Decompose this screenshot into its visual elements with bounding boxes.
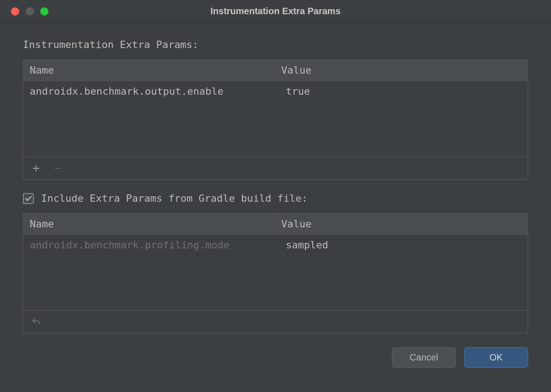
cancel-button[interactable]: Cancel	[392, 347, 456, 368]
table-row[interactable]: androidx.benchmark.output.enable true	[23, 81, 528, 102]
params-table-header: Name Value	[23, 60, 528, 81]
param-name-cell: androidx.benchmark.profiling.mode	[23, 235, 275, 255]
add-row-button[interactable]	[31, 163, 42, 174]
column-header-value[interactable]: Value	[275, 60, 528, 81]
window-controls	[0, 7, 48, 16]
param-value-cell[interactable]: true	[275, 81, 528, 102]
minus-icon	[54, 164, 62, 172]
params-table-body[interactable]: androidx.benchmark.output.enable true	[23, 81, 528, 156]
minimize-window-button[interactable]	[26, 7, 34, 16]
params-table-toolbar	[23, 156, 528, 179]
undo-icon	[31, 317, 41, 327]
table-row: androidx.benchmark.profiling.mode sample…	[23, 235, 528, 255]
params-table: Name Value androidx.benchmark.output.ena…	[23, 59, 528, 180]
include-gradle-label: Include Extra Params from Gradle build f…	[41, 193, 308, 204]
gradle-table-toolbar	[23, 310, 528, 333]
dialog-content: Instrumentation Extra Params: Name Value…	[0, 23, 551, 379]
gradle-table-header: Name Value	[23, 214, 528, 235]
gradle-params-table: Name Value androidx.benchmark.profiling.…	[23, 213, 528, 333]
reset-button[interactable]	[31, 317, 42, 328]
include-gradle-checkbox[interactable]	[23, 193, 34, 204]
column-header-name[interactable]: Name	[23, 60, 275, 81]
param-name-cell[interactable]: androidx.benchmark.output.enable	[23, 81, 275, 102]
window-title: Instrumentation Extra Params	[0, 6, 551, 16]
ok-button[interactable]: OK	[464, 347, 528, 368]
remove-row-button[interactable]	[53, 163, 64, 174]
column-header-name[interactable]: Name	[23, 214, 275, 234]
param-value-cell: sampled	[275, 235, 528, 255]
plus-icon	[32, 164, 40, 172]
dialog-buttons: Cancel OK	[23, 347, 528, 368]
check-icon	[25, 195, 32, 202]
column-header-value[interactable]: Value	[275, 214, 528, 234]
maximize-window-button[interactable]	[40, 7, 48, 16]
params-section-label: Instrumentation Extra Params:	[23, 39, 528, 50]
titlebar: Instrumentation Extra Params	[0, 0, 551, 23]
include-gradle-params-row: Include Extra Params from Gradle build f…	[23, 193, 528, 204]
close-window-button[interactable]	[11, 7, 19, 16]
gradle-table-body: androidx.benchmark.profiling.mode sample…	[23, 235, 528, 310]
